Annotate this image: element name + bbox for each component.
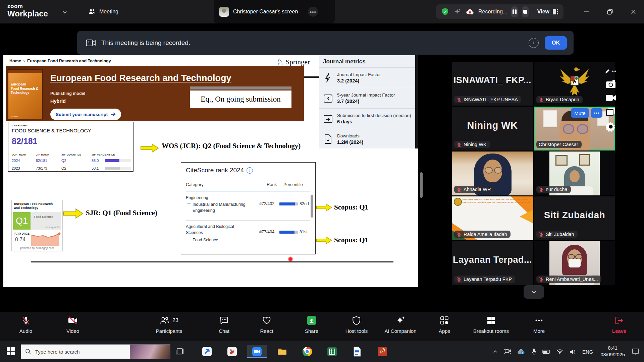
more-button[interactable]: More (533, 315, 545, 334)
citescore-scrollbar[interactable] (311, 195, 313, 218)
green-app-icon[interactable] (322, 345, 342, 358)
language-indicator[interactable]: ENG (582, 349, 593, 355)
video-button[interactable]: Video (66, 315, 79, 334)
metric-downloads: Downloads1.2M (2024) (319, 129, 415, 149)
tab-shared-screen[interactable]: Christoper Caesar's screen ••• (214, 0, 335, 23)
participant-name-label: Layanan Terpadu FKP (454, 276, 515, 283)
notification-center-icon[interactable] (632, 348, 639, 355)
participants-count: 23 (172, 317, 178, 323)
restore-button[interactable] (599, 0, 621, 23)
taskbar-clock[interactable]: 8:41 08/09/2025 (600, 345, 625, 358)
mic-muted-icon (539, 277, 544, 282)
breadcrumb: Home › European Food Research and Techno… (9, 59, 111, 63)
security-shield-icon[interactable] (441, 7, 449, 16)
participant-tile-reni[interactable]: Reni Ambarwati_Unes... (534, 241, 615, 285)
stop-recording-button[interactable] (522, 6, 529, 17)
participant-name-label: Reni Ambarwati_Unes... (536, 276, 601, 283)
participant-tile-raida[interactable]: PROGRAM STUDI S1 TEKNOLOGI PANGAN DAN HA… (452, 196, 533, 240)
calendar-arrow-icon (323, 114, 333, 124)
jif-percentile-bar-2024 (105, 159, 131, 162)
participant-tile-layanan[interactable]: Layanan Terpad... Layanan Terpadu FKP (452, 241, 533, 285)
annotate-more-icon[interactable]: ••• (611, 69, 617, 74)
participant-name-label: Christoper Caesar (536, 141, 582, 148)
cloud-recording-icon (466, 8, 474, 15)
host-tools-button[interactable]: Host tools (345, 315, 368, 334)
record-video-button[interactable] (605, 94, 616, 102)
participant-tile-nur-ducha[interactable]: nur ducha (534, 152, 615, 195)
share-view-scrollbar[interactable] (420, 172, 423, 198)
file-explorer-icon[interactable] (272, 345, 292, 358)
tray-battery-icon[interactable] (542, 350, 550, 354)
ai-sparkle-icon[interactable] (453, 8, 462, 16)
app-media-icon[interactable] (222, 345, 242, 358)
tray-volume-icon[interactable] (569, 349, 576, 355)
springer-logo[interactable]: ♘ Springer (276, 58, 310, 66)
windows-layout-button[interactable] (606, 107, 615, 116)
participant-name-label: Siti Zubaidah (536, 231, 578, 238)
ai-companion-button[interactable]: AI Companion (384, 315, 416, 334)
powerpoint-icon[interactable]: P (373, 345, 392, 358)
breadcrumb-home-link[interactable]: Home (9, 59, 21, 63)
jif-percentile-bar-2023 (105, 167, 131, 170)
settings-gear-button[interactable] (606, 122, 616, 132)
tray-microphone-icon[interactable] (531, 348, 536, 355)
tray-wifi-icon[interactable] (556, 349, 563, 354)
share-button[interactable]: Share (305, 315, 318, 334)
participants-button[interactable]: 23 Participants (156, 315, 182, 334)
workspace-chevron-down-icon[interactable] (62, 9, 67, 15)
task-view-button[interactable] (175, 347, 184, 356)
document-app-icon[interactable] (347, 345, 367, 358)
mute-participant-button[interactable]: Mute (571, 108, 589, 118)
zoom-app-icon[interactable] (247, 345, 267, 358)
tab-meeting[interactable]: Meeting (88, 0, 118, 23)
minimize-button[interactable] (576, 0, 597, 23)
participant-tile-ahnadia[interactable]: Ahnadia WR (452, 152, 533, 195)
arrow-right-icon (110, 112, 116, 117)
search-highlight-thumbnail[interactable] (130, 345, 170, 359)
participant-more-button[interactable]: ••• (591, 108, 602, 118)
page-scroll-edge[interactable] (415, 55, 418, 148)
ongoing-submission-note: Eq., On going submission (190, 90, 291, 108)
taskbar-search-box[interactable]: Type here to search (21, 344, 170, 359)
start-button[interactable] (6, 347, 15, 356)
leave-icon (612, 315, 627, 326)
apps-button[interactable]: Apps (439, 315, 450, 334)
view-button[interactable]: View (537, 8, 559, 15)
close-button[interactable] (623, 0, 644, 23)
screenshot-camera-button[interactable] (606, 80, 616, 88)
taskbar-date: 08/09/2025 (600, 352, 625, 357)
search-placeholder: Type here to search (35, 349, 130, 355)
collapse-gallery-button[interactable] (524, 285, 544, 299)
app-shortcut-icon[interactable] (197, 345, 217, 358)
sjr-trend-chart (31, 232, 61, 246)
mic-muted-icon (539, 187, 544, 192)
breakout-rooms-icon (473, 315, 509, 326)
citescore-info-icon[interactable]: i (247, 167, 253, 174)
tray-capture-icon[interactable] (504, 349, 511, 355)
ok-button[interactable]: OK (545, 36, 567, 50)
tray-chevron-up-icon[interactable] (492, 349, 498, 354)
annotate-button[interactable]: ••• (605, 69, 617, 74)
mic-muted-icon (457, 142, 462, 147)
chat-button[interactable]: Chat (219, 315, 229, 334)
journal-banner: European Food Research & Technology Spri… (6, 66, 304, 121)
audio-button[interactable]: Audio (19, 315, 32, 334)
taskbar-time: 8:41 (608, 345, 618, 351)
participant-tile-siti[interactable]: Siti Zubaidah Siti Zubaidah (534, 196, 615, 240)
chrome-icon[interactable] (298, 345, 317, 358)
pause-recording-button[interactable] (511, 6, 518, 17)
info-icon[interactable]: i (529, 38, 539, 48)
participant-tile-isnawati[interactable]: ISNAWATI_ FKP... ISNAWATI_ FKP UNESA (452, 62, 533, 106)
tab-more-icon[interactable]: ••• (308, 7, 318, 17)
submit-manuscript-button[interactable]: Submit your manuscript (50, 109, 121, 120)
heart-react-icon (260, 315, 273, 326)
participant-tile-nining[interactable]: Nining WK Nining WK (452, 107, 533, 150)
scopus-arrow-1 (316, 203, 332, 212)
springer-knight-icon: ♘ (276, 58, 284, 66)
react-button[interactable]: React (260, 315, 273, 334)
breakout-rooms-button[interactable]: Breakout rooms (473, 315, 509, 334)
leave-button[interactable]: Leave (612, 315, 627, 334)
tray-cloud-icon[interactable]: i (517, 349, 525, 355)
more-ellipsis-icon (533, 315, 545, 326)
sjr-value: 0.74 (15, 237, 25, 243)
